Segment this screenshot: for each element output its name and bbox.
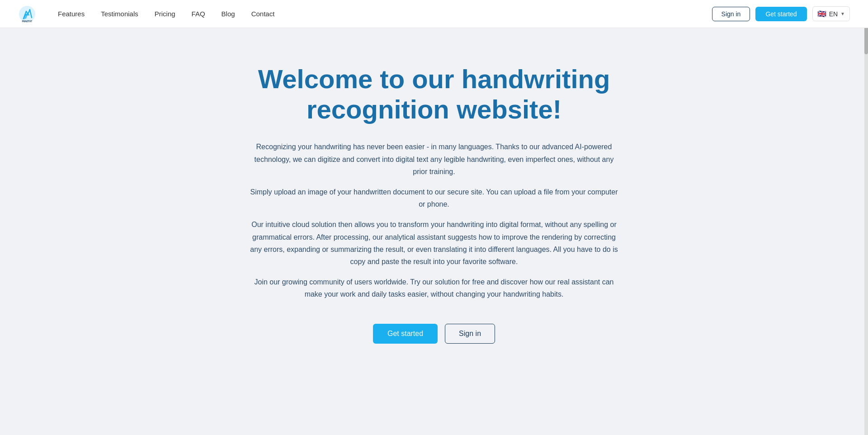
- nav-getstarted-button[interactable]: Get started: [755, 7, 807, 21]
- nav-testimonials[interactable]: Testimonials: [101, 10, 138, 18]
- hero-section: Welcome to our handwriting recognition w…: [0, 28, 868, 389]
- logo[interactable]: PENZTXT: [18, 5, 36, 23]
- hero-para-2: Simply upload an image of your handwritt…: [249, 186, 619, 210]
- nav-pricing[interactable]: Pricing: [155, 10, 175, 18]
- scrollbar[interactable]: [864, 0, 868, 435]
- hero-title: Welcome to our handwriting recognition w…: [258, 64, 610, 124]
- nav-features[interactable]: Features: [58, 10, 85, 18]
- language-selector[interactable]: 🇬🇧 EN ▼: [812, 6, 850, 21]
- nav-actions: Sign in Get started 🇬🇧 EN ▼: [712, 6, 850, 21]
- svg-text:PENZTXT: PENZTXT: [22, 20, 33, 23]
- hero-para-4: Join our growing community of users worl…: [249, 276, 619, 300]
- hero-buttons: Get started Sign in: [373, 324, 495, 344]
- hero-getstarted-button[interactable]: Get started: [373, 324, 438, 344]
- chevron-down-icon: ▼: [840, 11, 845, 16]
- nav-links: Features Testimonials Pricing FAQ Blog C…: [58, 10, 712, 18]
- navbar: PENZTXT Features Testimonials Pricing FA…: [0, 0, 868, 28]
- hero-para-3: Our intuitive cloud solution then allows…: [249, 218, 619, 268]
- flag-icon: 🇬🇧: [817, 9, 826, 18]
- nav-faq[interactable]: FAQ: [192, 10, 205, 18]
- hero-signin-button[interactable]: Sign in: [445, 324, 495, 344]
- nav-blog[interactable]: Blog: [222, 10, 235, 18]
- lang-label: EN: [829, 10, 838, 18]
- nav-signin-button[interactable]: Sign in: [712, 7, 750, 21]
- nav-contact[interactable]: Contact: [251, 10, 275, 18]
- hero-para-1: Recognizing your handwriting has never b…: [249, 141, 619, 178]
